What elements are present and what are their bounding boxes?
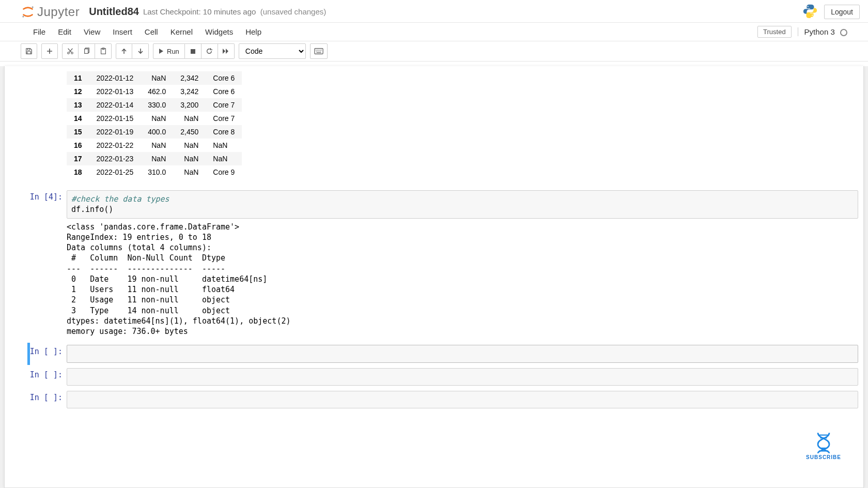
- python-logo-icon: [802, 3, 818, 20]
- menu-cell[interactable]: Cell: [138, 24, 164, 39]
- run-button[interactable]: Run: [153, 43, 185, 59]
- svg-rect-11: [191, 49, 195, 54]
- menu-file[interactable]: File: [27, 24, 52, 39]
- kernel-idle-icon: [840, 29, 847, 36]
- svg-point-0: [32, 6, 34, 8]
- scissors-icon: [67, 48, 74, 55]
- arrow-up-icon: [121, 48, 127, 54]
- cell-type-select[interactable]: Code: [239, 43, 306, 59]
- svg-point-16: [318, 50, 319, 50]
- menu-insert[interactable]: Insert: [106, 24, 138, 39]
- keyboard-icon: [314, 48, 323, 55]
- copy-button[interactable]: [79, 43, 95, 59]
- notebook-header: Jupyter Untitled84 Last Checkpoint: 10 m…: [0, 0, 868, 23]
- svg-point-17: [320, 50, 320, 50]
- jupyter-logo[interactable]: Jupyter: [21, 5, 80, 19]
- svg-point-14: [316, 50, 316, 50]
- insert-cell-button[interactable]: [41, 43, 58, 59]
- fast-forward-icon: [222, 48, 229, 54]
- trusted-indicator[interactable]: Trusted: [757, 26, 792, 38]
- svg-point-18: [321, 50, 322, 50]
- interrupt-button[interactable]: [185, 43, 202, 59]
- restart-run-all-button[interactable]: [218, 43, 235, 59]
- svg-point-2: [808, 6, 809, 7]
- plus-icon: [47, 48, 53, 54]
- svg-point-20: [317, 51, 318, 51]
- jupyter-logo-text: Jupyter: [37, 5, 80, 19]
- restart-icon: [206, 48, 213, 55]
- paste-button[interactable]: [95, 43, 112, 59]
- paste-icon: [100, 48, 107, 55]
- svg-point-15: [317, 50, 317, 50]
- svg-point-22: [320, 51, 321, 51]
- kernel-name[interactable]: Python 3: [798, 27, 847, 36]
- svg-point-7: [71, 52, 73, 54]
- menu-kernel[interactable]: Kernel: [164, 24, 199, 39]
- logout-button[interactable]: Logout: [824, 5, 860, 19]
- menu-edit[interactable]: Edit: [52, 24, 78, 39]
- move-up-button[interactable]: [116, 43, 132, 59]
- cut-button[interactable]: [62, 43, 79, 59]
- svg-point-6: [68, 52, 70, 54]
- save-button[interactable]: [21, 43, 37, 59]
- svg-point-19: [316, 51, 317, 51]
- menu-widgets[interactable]: Widgets: [199, 24, 239, 39]
- svg-rect-5: [27, 52, 31, 54]
- command-palette-button[interactable]: [310, 43, 328, 59]
- arrow-down-icon: [137, 48, 144, 54]
- svg-point-3: [812, 14, 813, 16]
- menu-help[interactable]: Help: [239, 24, 268, 39]
- menubar: File Edit View Insert Cell Kernel Widget…: [0, 23, 868, 41]
- jupyter-logo-icon: [21, 5, 35, 19]
- svg-rect-8: [84, 49, 88, 54]
- svg-point-1: [22, 16, 24, 17]
- svg-point-21: [319, 51, 319, 51]
- stop-icon: [190, 49, 196, 54]
- menu-view[interactable]: View: [78, 24, 106, 39]
- run-button-label: Run: [167, 48, 179, 55]
- move-down-button[interactable]: [132, 43, 149, 59]
- toolbar: Run Code: [0, 41, 868, 62]
- svg-rect-12: [315, 49, 323, 54]
- notebook-title[interactable]: Untitled84: [89, 6, 139, 18]
- copy-icon: [83, 48, 90, 55]
- play-icon: [159, 48, 164, 54]
- checkpoint-text: Last Checkpoint: 10 minutes ago (unsaved…: [143, 7, 326, 16]
- save-icon: [25, 48, 33, 55]
- restart-button[interactable]: [202, 43, 218, 59]
